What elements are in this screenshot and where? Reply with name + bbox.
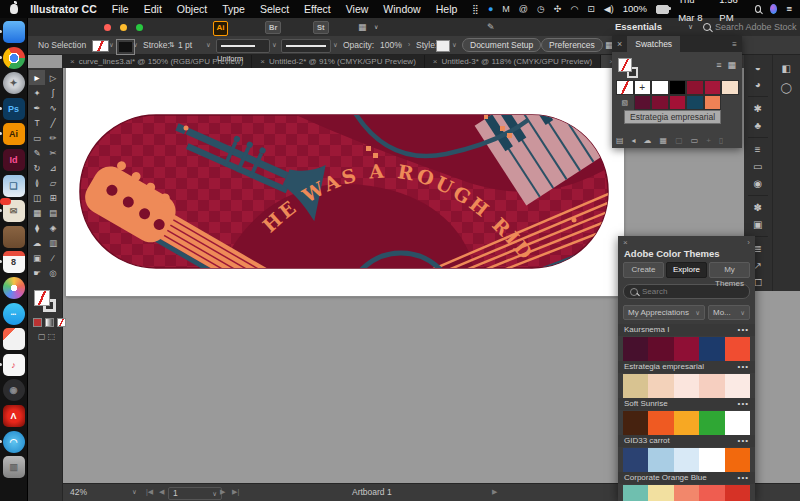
theme-swatch-strip[interactable] <box>623 485 750 501</box>
stroke-color-swatch[interactable] <box>117 40 134 54</box>
gradient-panel-icon[interactable]: ◕ <box>748 76 768 93</box>
show-swatch-kinds-icon[interactable]: ☁ <box>644 136 652 145</box>
theme-swatch[interactable] <box>674 374 699 398</box>
swatch[interactable] <box>669 95 687 110</box>
document-tab[interactable]: ×Untitled-3* @ 118% (CMYK/GPU Preview) <box>425 54 601 68</box>
spotlight-icon[interactable] <box>755 5 761 13</box>
blend-tool-icon[interactable]: ◈ <box>45 220 61 235</box>
pencil-tool-icon[interactable]: ✎ <box>29 145 45 160</box>
dock-news-app-icon[interactable] <box>3 328 25 350</box>
menu-item-window[interactable]: Window <box>383 3 420 15</box>
gradient-mode-icon[interactable] <box>45 318 54 327</box>
theme-swatch[interactable] <box>699 448 724 472</box>
dock-chrome-icon[interactable] <box>3 47 25 69</box>
theme-swatch[interactable] <box>674 485 699 501</box>
theme-swatch[interactable] <box>725 448 750 472</box>
previous-artboard-icon[interactable]: ◀ <box>159 484 164 500</box>
fill-indicator[interactable] <box>34 290 50 306</box>
swatch[interactable] <box>651 95 669 110</box>
document-setup-button[interactable]: Document Setup <box>462 38 541 52</box>
gradient-tool-icon[interactable]: ▤ <box>45 205 61 220</box>
document-tab[interactable]: ×Untitled-2* @ 91% (CMYK/GPU Preview) <box>252 54 425 68</box>
paintbrush-tool-icon[interactable]: ✏ <box>45 130 61 145</box>
theme-swatch[interactable] <box>674 411 699 435</box>
swatches-panel-menu-icon[interactable]: ≡ <box>732 40 742 49</box>
new-swatch-icon[interactable]: + <box>706 136 711 145</box>
theme-swatch-strip[interactable] <box>623 374 750 398</box>
theme-swatch[interactable] <box>623 337 648 361</box>
zoom-chevron-icon[interactable]: ∨ <box>132 484 137 500</box>
lasso-tool-icon[interactable]: ʃ <box>45 85 61 100</box>
brush-definition-dropdown[interactable] <box>281 39 331 53</box>
dropbox-icon[interactable]: ⣿ <box>472 0 479 18</box>
menu-item-select[interactable]: Select <box>260 3 289 15</box>
swatch[interactable] <box>704 80 722 95</box>
arrange-documents-icon[interactable]: ▦ <box>358 21 367 33</box>
type-tool-icon[interactable]: T <box>29 115 45 130</box>
libraries-panel-icon[interactable]: ◯ <box>776 78 796 97</box>
swatch[interactable] <box>686 95 704 110</box>
none-swatch[interactable] <box>616 80 634 95</box>
theme-swatch[interactable] <box>648 374 673 398</box>
selection-tool-icon[interactable]: ► <box>29 70 45 85</box>
gmail-icon[interactable]: M <box>502 0 510 18</box>
themes-filter-primary[interactable]: My Appreciations ∨ <box>623 305 705 320</box>
rotate-tool-icon[interactable]: ↻ <box>29 160 45 175</box>
color-group-icon[interactable]: ▧ <box>616 95 634 110</box>
graphic-styles-panel-icon[interactable]: ◉ <box>748 175 768 192</box>
theme-row[interactable]: GID33 carrot••• <box>618 435 755 447</box>
stroke-panel-icon[interactable]: ≡ <box>748 137 768 158</box>
bridge-button[interactable]: Br <box>265 21 281 34</box>
color-mode-icon[interactable] <box>33 318 42 327</box>
curvature-tool-icon[interactable]: ∿ <box>45 100 61 115</box>
swatch[interactable] <box>634 95 652 110</box>
style-swatch[interactable] <box>436 40 450 52</box>
theme-swatch[interactable] <box>648 337 673 361</box>
properties-panel-icon[interactable]: ◧ <box>776 59 796 78</box>
swatch-themes-icon[interactable]: ◂ <box>632 136 636 145</box>
stock-button[interactable]: St <box>313 21 329 34</box>
magic-wand-tool-icon[interactable]: ✦ <box>29 85 45 100</box>
clock-icon[interactable]: ◷ <box>537 0 545 18</box>
arrange-chevron-icon[interactable]: ∨ <box>374 21 378 33</box>
grid-view-icon[interactable]: ▦ <box>727 60 736 70</box>
width-tool-icon[interactable]: ≬ <box>29 175 45 190</box>
theme-swatch[interactable] <box>699 485 724 501</box>
stroke-weight-chevron-icon[interactable]: ∨ <box>206 36 211 54</box>
theme-swatch[interactable] <box>725 374 750 398</box>
theme-swatch-strip[interactable] <box>623 337 750 361</box>
dock-illustrator-icon[interactable]: Ai <box>3 123 25 145</box>
theme-row[interactable]: Estrategia empresarial••• <box>618 361 755 373</box>
dock-photos-icon[interactable] <box>3 277 25 299</box>
style-chevron-icon[interactable]: ∨ <box>452 36 457 54</box>
themes-tab-my-themes[interactable]: My Themes <box>709 262 750 278</box>
direct-selection-tool-icon[interactable]: ▷ <box>45 70 61 85</box>
artboard[interactable]: HE WAS A ROUGH RIDER <box>66 68 624 296</box>
theme-swatch-strip[interactable] <box>623 411 750 435</box>
eyedropper-tool-icon[interactable]: ⧫ <box>29 220 45 235</box>
theme-swatch[interactable] <box>623 448 648 472</box>
registration-swatch[interactable]: + <box>634 80 652 95</box>
dock-acrobat-icon[interactable]: Λ <box>3 405 25 427</box>
fill-stroke-indicator[interactable] <box>34 290 56 312</box>
theme-swatch[interactable] <box>725 337 750 361</box>
dock-music-icon[interactable]: ♪ <box>3 354 25 376</box>
dock-finder-icon[interactable] <box>3 21 25 43</box>
swatches-fill-proxy[interactable] <box>618 58 632 72</box>
tab-close-icon[interactable]: × <box>433 57 438 66</box>
transform-panel-icon[interactable]: ▣ <box>748 216 768 233</box>
swatch[interactable] <box>721 80 739 95</box>
swatches-close-icon[interactable]: × <box>612 39 627 49</box>
mesh-tool-icon[interactable]: ▦ <box>29 205 45 220</box>
brushes-panel-icon[interactable]: ✱ <box>748 96 768 117</box>
theme-swatch[interactable] <box>699 337 724 361</box>
airplay-icon[interactable]: ⊡ <box>587 0 595 18</box>
theme-row[interactable]: Kaursnema I••• <box>618 324 755 336</box>
siri-icon[interactable] <box>770 4 777 14</box>
dock-messages-icon[interactable]: ••• <box>3 303 25 325</box>
swatch-options-icon[interactable]: ▦ <box>660 136 668 145</box>
pen-tool-icon[interactable]: ✒ <box>29 100 45 115</box>
themes-tab-create[interactable]: Create <box>623 262 664 278</box>
stroke-weight-value[interactable]: 1 pt <box>178 36 192 54</box>
dock-leather-folder-app-icon[interactable] <box>3 226 25 248</box>
